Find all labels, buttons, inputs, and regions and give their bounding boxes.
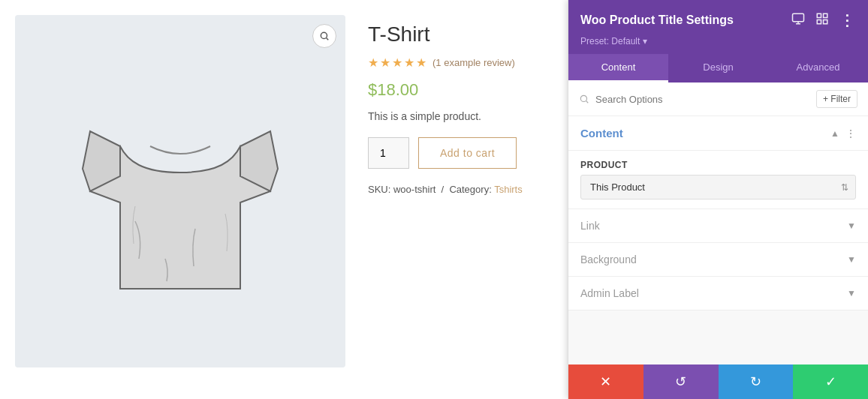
product-select[interactable]: This Product Featured Product Custom Pro… xyxy=(580,175,856,200)
tshirt-image xyxy=(75,71,285,311)
background-section-title: Background xyxy=(580,254,637,266)
admin-label-section-title: Admin Label xyxy=(580,287,639,299)
svg-rect-5 xyxy=(817,20,821,24)
quantity-input[interactable] xyxy=(368,137,409,169)
admin-label-chevron-icon: ▼ xyxy=(847,288,856,298)
review-link[interactable]: (1 example review) xyxy=(432,57,515,68)
undo-icon: ↺ xyxy=(675,374,686,390)
svg-point-0 xyxy=(321,32,327,38)
responsive-icon-button[interactable] xyxy=(790,10,806,30)
undo-button[interactable]: ↺ xyxy=(643,364,719,399)
link-section-header[interactable]: Link ▼ xyxy=(568,209,868,243)
category-link[interactable]: Tshirts xyxy=(494,184,523,195)
settings-panel: Woo Product Title Settings xyxy=(568,0,868,399)
content-section-body: Product This Product Featured Product Cu… xyxy=(568,151,868,209)
content-more-icon[interactable]: ⋮ xyxy=(845,128,856,140)
redo-icon: ↻ xyxy=(750,374,761,390)
link-chevron-icon: ▼ xyxy=(847,220,856,231)
zoom-icon[interactable] xyxy=(312,24,336,48)
product-field-label: Product xyxy=(580,160,856,170)
save-button[interactable]: ✓ xyxy=(793,364,868,399)
svg-rect-4 xyxy=(824,14,827,17)
content-chevron-up-icon: ▲ xyxy=(830,128,839,139)
tab-content[interactable]: Content xyxy=(568,54,668,82)
tab-advanced[interactable]: Advanced xyxy=(768,54,868,82)
svg-line-1 xyxy=(327,38,329,40)
save-icon: ✓ xyxy=(825,374,836,390)
panel-header-icons: ⋮ xyxy=(790,10,856,30)
category-label: Category: xyxy=(449,184,491,195)
panel-header: Woo Product Title Settings xyxy=(568,0,868,54)
stars: ★★★★★ xyxy=(368,56,428,70)
search-options-input[interactable] xyxy=(595,94,810,105)
product-image-container xyxy=(15,15,345,368)
sku-label: SKU: xyxy=(368,184,390,195)
cancel-icon: ✕ xyxy=(600,374,611,390)
panel-preset[interactable]: Preset: Default ▾ xyxy=(580,36,856,46)
panel-body: Content ▲ ⋮ Product This Product Feature… xyxy=(568,116,868,364)
svg-line-8 xyxy=(586,101,589,104)
panel-tabs: Content Design Advanced xyxy=(568,54,868,82)
bottom-toolbar: ✕ ↺ ↻ ✓ xyxy=(568,364,868,399)
svg-rect-6 xyxy=(824,20,827,24)
background-chevron-icon: ▼ xyxy=(847,254,856,265)
more-options-button[interactable]: ⋮ xyxy=(838,11,856,29)
product-select-wrapper: This Product Featured Product Custom Pro… xyxy=(580,175,856,200)
admin-label-section-header[interactable]: Admin Label ▼ xyxy=(568,277,868,310)
content-section-header[interactable]: Content ▲ ⋮ xyxy=(568,116,868,151)
section-header-icons: ▲ ⋮ xyxy=(830,128,856,140)
add-to-cart-button[interactable]: Add to cart xyxy=(418,137,517,169)
background-section-header[interactable]: Background ▼ xyxy=(568,243,868,277)
preset-arrow: ▾ xyxy=(643,36,647,46)
tab-design[interactable]: Design xyxy=(668,54,768,82)
panel-title: Woo Product Title Settings xyxy=(580,14,734,27)
filter-button[interactable]: + Filter xyxy=(816,90,857,108)
svg-rect-2 xyxy=(793,14,804,22)
preset-label: Preset: Default xyxy=(580,36,640,46)
svg-rect-3 xyxy=(817,14,821,17)
link-section-title: Link xyxy=(580,220,600,232)
sku-value: woo-tshirt xyxy=(393,184,436,195)
search-icon xyxy=(579,94,589,104)
svg-point-7 xyxy=(580,95,586,101)
panel-search-row: + Filter xyxy=(568,82,868,116)
grid-icon-button[interactable] xyxy=(814,10,830,30)
cancel-button[interactable]: ✕ xyxy=(568,364,643,399)
panel-header-top: Woo Product Title Settings xyxy=(580,10,856,30)
content-section-title: Content xyxy=(580,127,623,140)
redo-button[interactable]: ↻ xyxy=(719,364,794,399)
